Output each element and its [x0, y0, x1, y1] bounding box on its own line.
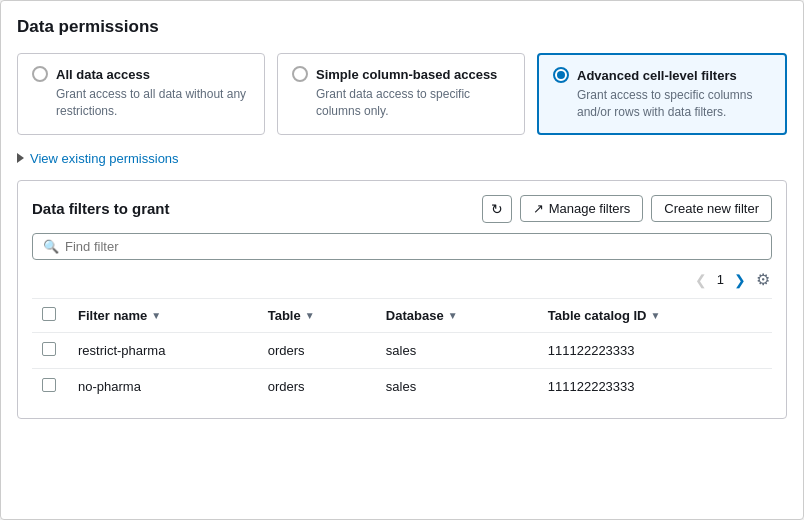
- create-new-filter-label: Create new filter: [664, 201, 759, 216]
- sort-icon-table[interactable]: ▼: [305, 310, 315, 321]
- cell-catalog-id-0: 111122223333: [538, 332, 772, 368]
- radio-card-all-data[interactable]: All data access Grant access to all data…: [17, 53, 265, 135]
- page-number: 1: [717, 272, 724, 287]
- cell-database-1: sales: [376, 368, 538, 404]
- table-wrap: Filter name ▼ Table ▼ Da: [32, 298, 772, 404]
- radio-circle-all-data: [32, 66, 48, 82]
- th-database: Database ▼: [376, 299, 538, 333]
- filters-table: Filter name ▼ Table ▼ Da: [32, 299, 772, 404]
- radio-circle-simple-column: [292, 66, 308, 82]
- radio-desc-simple-column: Grant data access to specific columns on…: [316, 86, 510, 120]
- radio-options-group: All data access Grant access to all data…: [17, 53, 787, 135]
- page-title: Data permissions: [17, 17, 787, 37]
- refresh-icon: ↻: [491, 201, 503, 217]
- sort-icon-filter-name[interactable]: ▼: [151, 310, 161, 321]
- search-bar: 🔍: [32, 233, 772, 260]
- th-catalog-id: Table catalog ID ▼: [538, 299, 772, 333]
- panel-toolbar: Data filters to grant ↻ ↗ Manage filters…: [32, 195, 772, 223]
- create-new-filter-button[interactable]: Create new filter: [651, 195, 772, 222]
- table-row: restrict-pharma orders sales 11112222333…: [32, 332, 772, 368]
- manage-filters-button[interactable]: ↗ Manage filters: [520, 195, 644, 222]
- table-row: no-pharma orders sales 111122223333: [32, 368, 772, 404]
- prev-page-button[interactable]: ❮: [691, 270, 711, 290]
- panel-title: Data filters to grant: [32, 200, 170, 217]
- cell-filter-name-1: no-pharma: [68, 368, 258, 404]
- main-container: Data permissions All data access Grant a…: [0, 0, 804, 520]
- radio-desc-advanced-cell: Grant access to specific columns and/or …: [577, 87, 771, 121]
- manage-filters-label: Manage filters: [549, 201, 631, 216]
- radio-label-advanced-cell: Advanced cell-level filters: [577, 68, 737, 83]
- next-page-button[interactable]: ❯: [730, 270, 750, 290]
- refresh-button[interactable]: ↻: [482, 195, 512, 223]
- radio-label-simple-column: Simple column-based access: [316, 67, 497, 82]
- radio-card-simple-column[interactable]: Simple column-based access Grant data ac…: [277, 53, 525, 135]
- select-all-checkbox[interactable]: [42, 307, 56, 321]
- radio-card-advanced-cell[interactable]: Advanced cell-level filters Grant access…: [537, 53, 787, 135]
- cell-table-0: orders: [258, 332, 376, 368]
- th-table: Table ▼: [258, 299, 376, 333]
- cell-table-1: orders: [258, 368, 376, 404]
- data-filters-panel: Data filters to grant ↻ ↗ Manage filters…: [17, 180, 787, 419]
- radio-desc-all-data: Grant access to all data without any res…: [56, 86, 250, 120]
- toolbar-buttons: ↻ ↗ Manage filters Create new filter: [482, 195, 772, 223]
- view-permissions-label: View existing permissions: [30, 151, 179, 166]
- radio-label-all-data: All data access: [56, 67, 150, 82]
- th-filter-name: Filter name ▼: [68, 299, 258, 333]
- cell-filter-name-0: restrict-pharma: [68, 332, 258, 368]
- search-icon: 🔍: [43, 239, 59, 254]
- external-link-icon: ↗: [533, 201, 544, 216]
- row-checkbox-0[interactable]: [42, 342, 56, 356]
- settings-icon[interactable]: ⚙: [756, 270, 770, 289]
- sort-icon-database[interactable]: ▼: [448, 310, 458, 321]
- cell-catalog-id-1: 111122223333: [538, 368, 772, 404]
- pagination-row: ❮ 1 ❯ ⚙: [32, 270, 772, 290]
- sort-icon-catalog-id[interactable]: ▼: [651, 310, 661, 321]
- view-permissions-toggle[interactable]: View existing permissions: [17, 151, 787, 166]
- radio-circle-advanced-cell: [553, 67, 569, 83]
- row-checkbox-1[interactable]: [42, 378, 56, 392]
- cell-database-0: sales: [376, 332, 538, 368]
- triangle-icon: [17, 153, 24, 163]
- search-input[interactable]: [65, 239, 761, 254]
